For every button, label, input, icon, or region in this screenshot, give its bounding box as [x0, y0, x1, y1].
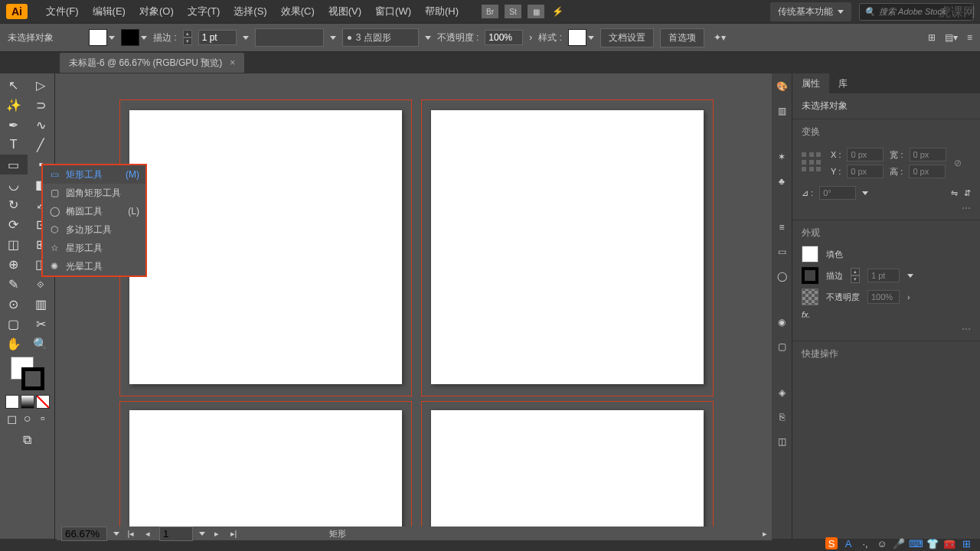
brush-selector[interactable]: 3 点圆形: [342, 28, 419, 47]
tray-keyboard-icon[interactable]: ⌨: [910, 537, 922, 549]
direct-selection-tool[interactable]: ▷: [28, 75, 55, 95]
menu-object[interactable]: 对象(O): [133, 1, 180, 22]
screen-mode-preview[interactable]: ▫: [36, 412, 50, 425]
artboard-3[interactable]: [129, 410, 402, 535]
artboard-tool[interactable]: ▢: [0, 314, 28, 334]
stroke-profile-dd[interactable]: [330, 36, 336, 40]
opacity-ap-input[interactable]: [867, 290, 900, 304]
list-icon[interactable]: ≡: [967, 32, 972, 43]
screen-mode-normal[interactable]: ◻: [5, 412, 19, 425]
menu-help[interactable]: 帮助(H): [419, 1, 465, 22]
close-tab-icon[interactable]: ×: [230, 57, 235, 68]
menu-file[interactable]: 文件(F): [40, 1, 85, 22]
stroke-ap-dd[interactable]: [907, 274, 913, 278]
symbols-panel-icon[interactable]: ♣: [775, 174, 789, 188]
artboard-2[interactable]: [431, 110, 704, 384]
workspace-switcher[interactable]: 传统基本功能: [770, 2, 851, 21]
document-tab[interactable]: 未标题-6 @ 66.67% (RGB/GPU 预览) ×: [60, 53, 244, 73]
graphic-styles-panel-icon[interactable]: ▢: [775, 340, 789, 354]
reference-point-picker[interactable]: [802, 152, 823, 174]
flyout-rectangle[interactable]: ▭矩形工具(M): [43, 165, 145, 184]
shaper-tool[interactable]: ◡: [0, 174, 28, 194]
artboards-panel-icon[interactable]: ◫: [775, 435, 789, 448]
tray-mic-icon[interactable]: 🎤: [893, 537, 905, 549]
menu-effect[interactable]: 效果(C): [275, 1, 321, 22]
brush-dd[interactable]: [425, 36, 431, 40]
link-wh-icon[interactable]: ⊘: [954, 158, 962, 168]
zoom-input[interactable]: [61, 527, 107, 541]
brushes-panel-icon[interactable]: ✶: [775, 150, 789, 164]
toggle-screen-icon[interactable]: ⧉: [14, 430, 41, 450]
align-icon[interactable]: ▤▾: [945, 32, 958, 43]
slice-tool[interactable]: ✂: [28, 314, 55, 334]
opacity-flyout[interactable]: ›: [529, 32, 532, 43]
transparency-panel-icon[interactable]: ◯: [775, 269, 789, 283]
opacity-ap-flyout[interactable]: ›: [907, 292, 910, 302]
prev-artboard-button[interactable]: ◂: [142, 528, 153, 539]
hand-tool[interactable]: ✋: [0, 334, 28, 354]
stroke-ap-stepper[interactable]: ▴▾: [851, 268, 860, 283]
artboard-nav-dd[interactable]: [199, 532, 205, 536]
artboard-nav-input[interactable]: [159, 527, 193, 541]
bridge-icon[interactable]: Br: [482, 5, 498, 18]
fx-button[interactable]: fx.: [802, 310, 811, 319]
tray-a-icon[interactable]: A: [842, 537, 854, 549]
flyout-rounded-rectangle[interactable]: ▢圆角矩形工具: [43, 184, 145, 202]
align-flyout-icon[interactable]: ✦▾: [714, 32, 726, 43]
angle-input[interactable]: [819, 186, 856, 200]
flyout-polygon[interactable]: ⬡多边形工具: [43, 220, 145, 239]
y-input[interactable]: [847, 165, 884, 178]
tray-toolbox-icon[interactable]: 🧰: [943, 537, 956, 549]
rotate-tool[interactable]: ↻: [0, 194, 28, 214]
eyedropper-tool[interactable]: ✎: [0, 274, 28, 294]
mesh-tool[interactable]: ⊕: [0, 254, 28, 274]
status-flyout[interactable]: ▸: [763, 529, 767, 539]
color-mode-solid[interactable]: [5, 395, 19, 409]
artboard-1[interactable]: [129, 110, 402, 384]
h-input[interactable]: [909, 165, 946, 178]
gradient-panel-icon[interactable]: ▭: [775, 245, 789, 259]
foreground-stroke[interactable]: [21, 367, 44, 390]
menu-edit[interactable]: 编辑(E): [87, 1, 132, 22]
shape-builder-tool[interactable]: ◫: [0, 234, 28, 254]
stroke-ap-input[interactable]: [867, 269, 900, 282]
first-artboard-button[interactable]: |◂: [126, 528, 136, 539]
search-input[interactable]: 🔍 搜索 Adobe Stock: [859, 3, 974, 21]
zoom-tool[interactable]: 🔍: [28, 334, 55, 354]
width-tool[interactable]: ⟳: [0, 214, 28, 234]
tray-punct-icon[interactable]: ·,: [859, 537, 871, 549]
asset-export-panel-icon[interactable]: ⎘: [775, 410, 789, 424]
flip-v-icon[interactable]: ⇵: [964, 188, 971, 198]
tray-emoji-icon[interactable]: ☺: [876, 537, 888, 549]
zoom-dd[interactable]: [113, 532, 119, 536]
fill-stroke-swatches[interactable]: [11, 357, 44, 390]
libraries-tab[interactable]: 库: [829, 73, 857, 93]
type-tool[interactable]: T: [0, 135, 28, 155]
fill-appearance-swatch[interactable]: [802, 246, 818, 262]
curvature-tool[interactable]: ∿: [28, 115, 55, 135]
layers-panel-icon[interactable]: ◈: [775, 386, 789, 399]
tray-skin-icon[interactable]: 👕: [926, 537, 939, 549]
angle-dd[interactable]: [862, 191, 868, 195]
graph-tool[interactable]: ▥: [28, 294, 55, 314]
opacity-input[interactable]: [485, 30, 523, 45]
color-mode-gradient[interactable]: [21, 395, 34, 409]
stroke-swatch[interactable]: [121, 29, 147, 46]
color-panel-icon[interactable]: 🎨: [775, 80, 789, 93]
opacity-appearance-swatch[interactable]: [802, 289, 818, 305]
w-input[interactable]: [910, 148, 946, 161]
grid-icon[interactable]: ⊞: [928, 32, 936, 43]
transform-more-icon[interactable]: ⋯: [802, 203, 971, 214]
flyout-ellipse[interactable]: ◯椭圆工具(L): [43, 202, 145, 220]
color-mode-none[interactable]: [36, 395, 50, 409]
menu-view[interactable]: 视图(V): [322, 1, 368, 22]
flyout-star[interactable]: ☆星形工具: [43, 239, 145, 257]
symbol-sprayer-tool[interactable]: ⊙: [0, 294, 28, 314]
selection-tool[interactable]: ↖: [0, 75, 28, 95]
fill-swatch[interactable]: [89, 29, 115, 46]
stroke-appearance-swatch[interactable]: [802, 267, 818, 284]
stroke-stepper[interactable]: ▴▾: [183, 30, 192, 45]
tray-grid-icon[interactable]: ⊞: [960, 537, 972, 549]
arrange-icon[interactable]: ▦: [528, 5, 544, 18]
x-input[interactable]: [847, 148, 884, 161]
